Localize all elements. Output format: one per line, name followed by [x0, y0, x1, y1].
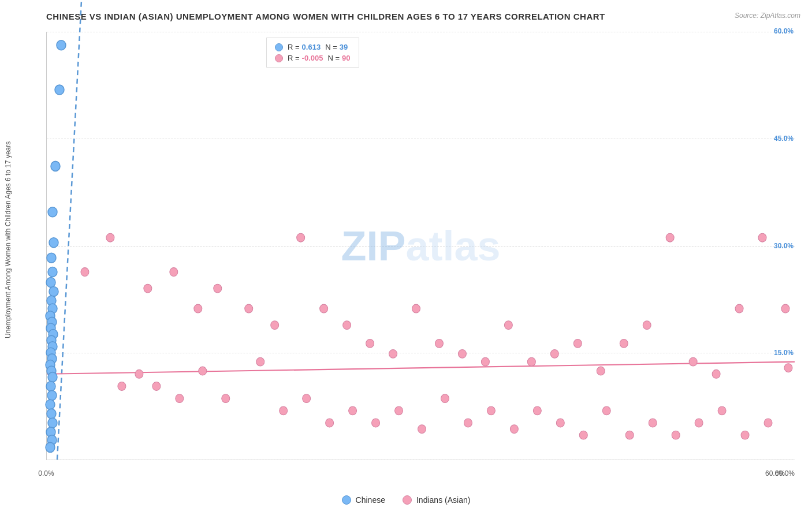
- chinese-dot: [47, 253, 56, 263]
- indian-dot: [712, 370, 720, 378]
- indian-dot: [672, 431, 680, 439]
- indian-dot: [556, 419, 564, 427]
- indian-dot: [781, 304, 789, 313]
- indian-dot: [297, 233, 305, 242]
- indian-dot: [666, 233, 674, 242]
- indian-dot: [280, 406, 288, 415]
- indian-dot: [214, 284, 222, 293]
- indian-dot: [222, 394, 230, 403]
- grid-line-100: [47, 460, 795, 460]
- chinese-dot: [55, 85, 64, 95]
- chinese-dot: [46, 400, 55, 409]
- bottom-legend-dot-indian: [403, 495, 412, 505]
- x-tick-0: 0.0%: [38, 469, 54, 477]
- indian-dot: [199, 367, 207, 375]
- indian-dot: [144, 284, 152, 293]
- source-label: Source: ZipAtlas.com: [735, 12, 800, 20]
- bottom-legend-label-chinese: Chinese: [356, 495, 385, 505]
- indian-dot: [194, 304, 202, 313]
- chinese-dot: [47, 390, 57, 400]
- indian-dot: [418, 425, 426, 434]
- indian-dot: [718, 406, 726, 415]
- indian-dot: [135, 370, 143, 378]
- y-tick-15: 15.0%: [774, 349, 794, 357]
- indian-dot: [118, 382, 126, 391]
- indian-dot: [602, 406, 610, 415]
- indian-dot: [256, 357, 265, 366]
- indian-dot: [510, 425, 518, 434]
- chinese-dot: [48, 372, 57, 382]
- y-axis-label: Unemployment Among Women with Children A…: [3, 32, 13, 460]
- indian-dot: [597, 367, 605, 375]
- indian-dot: [343, 321, 351, 330]
- bottom-legend-chinese: Chinese: [342, 495, 385, 505]
- indian-dot: [504, 321, 512, 330]
- indian-dot: [245, 304, 253, 313]
- y-tick-45: 45.0%: [774, 135, 794, 143]
- indian-dot: [412, 304, 420, 313]
- indian-dot: [372, 419, 380, 427]
- bottom-legend-indian: Indians (Asian): [403, 495, 470, 505]
- indian-dot: [349, 406, 357, 415]
- indian-dot: [320, 304, 328, 313]
- indian-dot: [487, 406, 495, 415]
- scatter-plot: [47, 32, 795, 460]
- chinese-dot: [49, 286, 58, 296]
- indian-dot: [573, 339, 582, 348]
- bottom-legend: Chinese Indians (Asian): [0, 495, 812, 505]
- indian-dot: [389, 349, 397, 358]
- indian-dot: [764, 419, 772, 427]
- indian-dot: [464, 419, 472, 427]
- indian-dot: [81, 268, 89, 277]
- indian-dot: [758, 233, 766, 242]
- bottom-legend-label-indian: Indians (Asian): [416, 495, 470, 505]
- indian-dot: [303, 394, 311, 403]
- indian-dot: [649, 419, 657, 427]
- bottom-legend-dot-chinese: [342, 495, 351, 505]
- indian-dot: [441, 394, 449, 403]
- chinese-dot: [48, 418, 57, 428]
- chinese-dot: [57, 40, 66, 50]
- indian-dot: [458, 349, 466, 358]
- y-tick-30: 30.0%: [774, 242, 794, 250]
- indian-dot: [784, 364, 792, 372]
- chinese-dot: [51, 161, 60, 171]
- chinese-dot: [46, 442, 55, 452]
- indian-dot: [533, 406, 541, 415]
- indian-dot: [620, 339, 628, 348]
- indian-dot: [527, 357, 535, 366]
- indian-dot: [366, 339, 374, 348]
- indian-dot: [625, 431, 634, 439]
- indian-dot: [741, 431, 749, 439]
- indian-dot: [435, 339, 443, 348]
- indian-dot: [176, 394, 184, 403]
- plot-area: ZIPatlas R = 0.613 N = 39 R = -0.005 N =…: [46, 32, 795, 460]
- indian-dot: [170, 268, 178, 277]
- chinese-dot: [46, 382, 55, 391]
- indian-dot: [695, 419, 703, 427]
- chart-title: CHINESE VS INDIAN (ASIAN) UNEMPLOYMENT A…: [12, 12, 800, 21]
- chinese-dot: [48, 267, 57, 277]
- indian-trend-line: [47, 362, 795, 374]
- indian-dot: [481, 357, 489, 366]
- chinese-dot: [46, 278, 55, 288]
- indian-dot: [550, 349, 558, 358]
- indian-dot: [395, 406, 403, 415]
- indian-dot: [152, 382, 161, 391]
- x-tick-right: 60.0%: [775, 469, 795, 477]
- indian-dot: [643, 321, 651, 330]
- indian-dot: [106, 233, 114, 242]
- indian-dot: [689, 357, 697, 366]
- chinese-dot: [47, 409, 56, 419]
- chart-container: CHINESE VS INDIAN (ASIAN) UNEMPLOYMENT A…: [0, 0, 812, 515]
- chinese-trend-line: [57, 1, 81, 460]
- indian-dot: [579, 431, 587, 439]
- chinese-dot: [48, 207, 57, 217]
- chinese-dot: [49, 238, 58, 248]
- y-tick-60: 60.0%: [774, 27, 794, 35]
- indian-dot: [326, 419, 334, 427]
- indian-dot: [735, 304, 743, 313]
- indian-dot: [271, 321, 279, 330]
